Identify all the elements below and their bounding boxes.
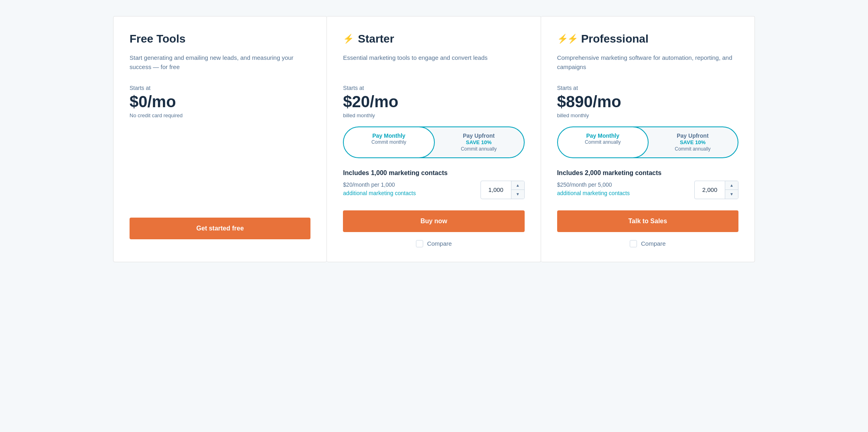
compare-row-starter: Compare [343, 240, 524, 247]
price-label-free: Starts at [130, 85, 310, 91]
single-bolt-icon: ⚡ [343, 34, 354, 44]
stepper-up-professional[interactable]: ▲ [725, 181, 738, 190]
card-title-row-free: Free Tools [130, 33, 310, 45]
stepper-buttons-professional: ▲ ▼ [725, 181, 738, 199]
toggle-monthly-subtitle-starter: Commit monthly [349, 139, 428, 146]
card-starter: ⚡ Starter Essential marketing tools to e… [327, 16, 541, 262]
card-title-professional: Professional [581, 33, 649, 45]
card-professional: ⚡⚡ Professional Comprehensive marketing … [541, 16, 755, 262]
price-label-professional: Starts at [557, 85, 738, 91]
toggle-monthly-starter[interactable]: Pay Monthly Commit monthly [343, 126, 434, 158]
toggle-monthly-title-starter: Pay Monthly [349, 132, 428, 139]
contacts-section-starter: Includes 1,000 marketing contacts $20/mo… [343, 169, 524, 199]
stepper-up-starter[interactable]: ▲ [511, 181, 524, 190]
compare-label-starter: Compare [427, 240, 452, 247]
compare-checkbox-professional[interactable] [630, 240, 637, 247]
toggle-annual-save-professional: SAVE 10% [653, 139, 732, 146]
contacts-title-professional: Includes 2,000 marketing contacts [557, 169, 738, 177]
card-description-free: Start generating and emailing new leads,… [130, 53, 310, 73]
price-billing-professional: billed monthly [557, 112, 738, 118]
price-billing-starter: billed monthly [343, 112, 524, 118]
contacts-price-info-professional: $250/month per 5,000 additional marketin… [557, 181, 630, 198]
card-title-row-starter: ⚡ Starter [343, 33, 524, 45]
compare-row-professional: Compare [557, 240, 738, 247]
contacts-title-starter: Includes 1,000 marketing contacts [343, 169, 524, 177]
price-main-professional: $890/mo [557, 93, 738, 111]
double-bolt-icon: ⚡⚡ [557, 34, 577, 44]
billing-toggle-professional[interactable]: Pay Monthly Commit annually Pay Upfront … [557, 126, 738, 158]
price-label-starter: Starts at [343, 85, 524, 91]
contacts-pricing-row-starter: $20/month per 1,000 additional marketing… [343, 181, 524, 199]
toggle-annual-title-professional: Pay Upfront [653, 132, 732, 139]
toggle-annual-subtitle-starter: Commit annually [440, 146, 518, 153]
price-note-free: No credit card required [130, 112, 310, 118]
cta-button-starter[interactable]: Buy now [343, 210, 524, 232]
billing-toggle-starter[interactable]: Pay Monthly Commit monthly Pay Upfront S… [343, 126, 524, 158]
stepper-value-professional: 2,000 [695, 181, 725, 199]
toggle-annual-starter[interactable]: Pay Upfront SAVE 10% Commit annually [434, 127, 524, 157]
contacts-price-per-starter: $20/month per 1,000 [343, 181, 416, 189]
contacts-stepper-starter[interactable]: 1,000 ▲ ▼ [481, 181, 525, 199]
stepper-value-starter: 1,000 [481, 181, 511, 199]
card-free: Free Tools Start generating and emailing… [113, 16, 327, 262]
stepper-down-professional[interactable]: ▼ [725, 190, 738, 199]
toggle-annual-subtitle-professional: Commit annually [653, 146, 732, 153]
cta-button-free[interactable]: Get started free [130, 218, 310, 239]
contacts-price-info-starter: $20/month per 1,000 additional marketing… [343, 181, 416, 198]
contacts-link-professional[interactable]: additional marketing contacts [557, 190, 630, 196]
card-title-starter: Starter [358, 33, 394, 45]
toggle-monthly-professional[interactable]: Pay Monthly Commit annually [557, 126, 649, 158]
card-title-row-professional: ⚡⚡ Professional [557, 33, 738, 45]
toggle-annual-title-starter: Pay Upfront [440, 132, 518, 139]
toggle-annual-professional[interactable]: Pay Upfront SAVE 10% Commit annually [648, 127, 738, 157]
contacts-price-per-professional: $250/month per 5,000 [557, 181, 630, 189]
compare-checkbox-starter[interactable] [416, 240, 423, 247]
price-main-free: $0/mo [130, 93, 310, 111]
card-description-starter: Essential marketing tools to engage and … [343, 53, 524, 73]
pricing-grid: Free Tools Start generating and emailing… [113, 16, 755, 262]
contacts-link-starter[interactable]: additional marketing contacts [343, 190, 416, 196]
card-description-professional: Comprehensive marketing software for aut… [557, 53, 738, 73]
toggle-monthly-subtitle-professional: Commit annually [564, 139, 642, 146]
compare-label-professional: Compare [641, 240, 666, 247]
stepper-buttons-starter: ▲ ▼ [511, 181, 524, 199]
price-main-starter: $20/mo [343, 93, 524, 111]
toggle-monthly-title-professional: Pay Monthly [564, 132, 642, 139]
card-title-free: Free Tools [130, 33, 186, 45]
toggle-annual-save-starter: SAVE 10% [440, 139, 518, 146]
contacts-pricing-row-professional: $250/month per 5,000 additional marketin… [557, 181, 738, 199]
contacts-section-professional: Includes 2,000 marketing contacts $250/m… [557, 169, 738, 199]
contacts-stepper-professional[interactable]: 2,000 ▲ ▼ [694, 181, 738, 199]
cta-button-professional[interactable]: Talk to Sales [557, 210, 738, 232]
stepper-down-starter[interactable]: ▼ [511, 190, 524, 199]
